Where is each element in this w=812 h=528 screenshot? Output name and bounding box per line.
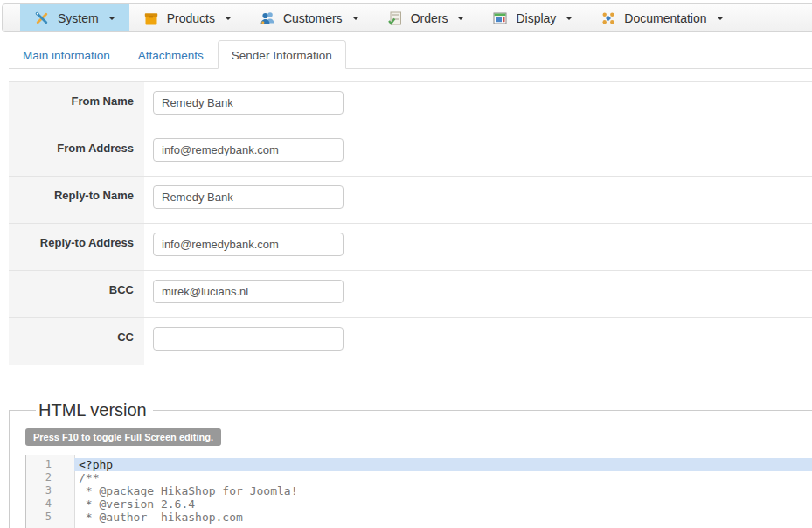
code-line[interactable]: 1 <?php xyxy=(26,458,812,471)
reply-to-address-label: Reply-to Address xyxy=(9,224,144,270)
reply-to-name-input[interactable] xyxy=(153,185,344,209)
code-editor[interactable]: 1 <?php 2 /** 3 * @package HikaShop for … xyxy=(25,455,812,528)
chevron-down-icon xyxy=(108,17,115,20)
form-row-bcc: BCC xyxy=(9,271,812,318)
code-text: * @version 2.6.4 xyxy=(74,497,812,511)
from-name-input[interactable] xyxy=(153,91,344,115)
line-number: 3 xyxy=(26,484,74,497)
bcc-input[interactable] xyxy=(153,280,344,303)
tab-attachments[interactable]: Attachments xyxy=(124,40,218,69)
menu-label: Products xyxy=(167,11,215,25)
line-number: 4 xyxy=(26,497,74,511)
chevron-down-icon xyxy=(717,17,724,20)
code-text: * @package HikaShop for Joomla! xyxy=(74,484,812,497)
chevron-down-icon xyxy=(457,17,464,20)
code-line[interactable]: 3 * @package HikaShop for Joomla! xyxy=(26,484,812,497)
tab-bar: Main information Attachments Sender Info… xyxy=(9,40,812,69)
menubar-item-display[interactable]: Display xyxy=(478,4,586,31)
tools-icon xyxy=(34,10,50,26)
form-row-from-name: From Name xyxy=(9,82,812,129)
documentation-icon xyxy=(600,10,616,26)
box-icon xyxy=(143,10,159,26)
line-number: 1 xyxy=(26,458,74,471)
main-menubar: System Products Customers xyxy=(2,3,812,32)
fullscreen-hint-badge: Press F10 to toggle Full Screen editing. xyxy=(25,428,221,446)
menubar-item-customers[interactable]: Customers xyxy=(246,4,373,31)
menubar-item-documentation[interactable]: Documentation xyxy=(586,4,737,31)
from-name-label: From Name xyxy=(9,82,144,129)
chevron-down-icon xyxy=(566,17,573,20)
menu-label: Documentation xyxy=(624,11,706,25)
tab-main-information[interactable]: Main information xyxy=(9,40,124,69)
from-address-label: From Address xyxy=(9,129,144,176)
chevron-down-icon xyxy=(352,17,359,20)
form-row-cc: CC xyxy=(9,318,812,365)
reply-to-name-label: Reply-to Name xyxy=(9,177,144,223)
cc-input[interactable] xyxy=(153,327,344,351)
menu-label: Display xyxy=(516,11,556,25)
menubar-item-orders[interactable]: Orders xyxy=(373,4,479,31)
menubar-item-system[interactable]: System xyxy=(20,4,129,31)
menu-label: System xyxy=(58,11,99,25)
form-row-from-address: From Address xyxy=(9,129,812,177)
line-number: 5 xyxy=(26,511,74,524)
bcc-label: BCC xyxy=(9,271,144,317)
monitor-icon xyxy=(492,10,508,26)
code-text: <?php xyxy=(74,458,812,471)
users-icon xyxy=(260,10,275,26)
menu-label: Customers xyxy=(283,11,343,25)
reply-to-address-input[interactable] xyxy=(153,233,344,256)
tab-sender-information[interactable]: Sender Information xyxy=(218,40,346,69)
menu-label: Orders xyxy=(411,11,448,25)
cc-label: CC xyxy=(9,318,144,365)
menubar-item-products[interactable]: Products xyxy=(129,4,246,31)
from-address-input[interactable] xyxy=(153,138,344,162)
html-version-fieldset: HTML version Press F10 to toggle Full Sc… xyxy=(9,400,812,528)
code-line[interactable]: 2 /** xyxy=(26,471,812,484)
code-line[interactable]: 4 * @version 2.6.4 xyxy=(26,497,812,511)
form-row-reply-to-address: Reply-to Address xyxy=(9,224,812,271)
sender-information-form: From Name From Address Reply-to Name Rep… xyxy=(9,81,812,365)
chevron-down-icon xyxy=(225,17,232,20)
code-text: * @author hikashop.com xyxy=(74,511,812,524)
line-number: 2 xyxy=(26,471,74,484)
html-version-legend: HTML version xyxy=(36,400,153,420)
form-row-reply-to-name: Reply-to Name xyxy=(9,177,812,224)
order-list-icon xyxy=(387,10,403,26)
code-line[interactable]: 5 * @author hikashop.com xyxy=(26,511,812,524)
code-text: /** xyxy=(74,471,812,484)
